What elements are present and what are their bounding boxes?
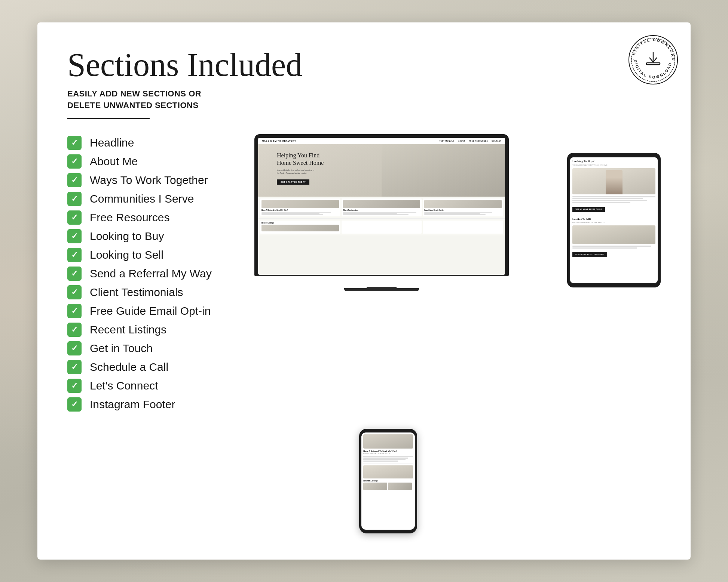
page-title: Sections Included	[67, 49, 661, 81]
content-area: Headline About Me Ways To Work Together …	[67, 134, 661, 537]
checklist-label-11: Recent Listings	[90, 323, 166, 336]
page-subtitle: EASILY ADD NEW SECTIONS OR DELETE UNWANT…	[67, 88, 661, 111]
laptop-mockup: MAGGIE SMITH, REALTOR® TESTIMONIALS ABOU…	[254, 134, 509, 291]
laptop-hero-sub: Your guide to buying, selling, and inves…	[277, 169, 324, 175]
checklist-label-4: Communities I Serve	[90, 193, 194, 205]
checklist-label-8: Send a Referral My Way	[90, 267, 212, 280]
checklist-label-3: Ways To Work Together	[90, 174, 208, 187]
list-item: Recent Listings	[67, 321, 232, 338]
mockup-preview: MAGGIE SMITH, REALTOR® TESTIMONIALS ABOU…	[254, 134, 661, 537]
checklist-label-13: Schedule a Call	[90, 361, 168, 373]
list-item: Instagram Footer	[67, 396, 232, 413]
check-icon-12	[67, 341, 82, 355]
divider	[67, 118, 150, 119]
list-item: Looking to Sell	[67, 246, 232, 264]
check-icon-4	[67, 192, 82, 206]
check-icon-9	[67, 285, 82, 299]
list-item: Schedule a Call	[67, 358, 232, 376]
checklist-label-5: Free Resources	[90, 211, 169, 224]
checklist-label-12: Get in Touch	[90, 342, 153, 355]
check-icon-5	[67, 210, 82, 225]
list-item: Ways To Work Together	[67, 172, 232, 189]
list-item: Free Resources	[67, 209, 232, 226]
tablet-btn: SEE MY HOME BUYER GUIDE	[572, 207, 605, 212]
list-item: Free Guide Email Opt-in	[67, 302, 232, 320]
list-item: About Me	[67, 153, 232, 170]
laptop-nav-brand: MAGGIE SMITH, REALTOR®	[262, 140, 296, 142]
checklist-label-1: Headline	[90, 136, 134, 149]
check-icon-8	[67, 267, 82, 281]
digital-download-badge: · DIGITAL DOWNLOAD · DIGITAL DOWNLOAD ·	[627, 34, 679, 86]
list-item: Looking to Buy	[67, 228, 232, 245]
check-icon-6	[67, 229, 82, 243]
laptop-cta: GET STARTED TODAY	[277, 179, 309, 185]
check-icon-7	[67, 248, 82, 262]
check-icon-3	[67, 173, 82, 187]
main-card: · DIGITAL DOWNLOAD · DIGITAL DOWNLOAD · …	[37, 22, 691, 560]
check-icon-13	[67, 360, 82, 374]
checklist-label-10: Free Guide Email Opt-in	[90, 305, 211, 317]
check-icon-15	[67, 397, 82, 412]
checklist-label-15: Instagram Footer	[90, 398, 175, 411]
checklist: Headline About Me Ways To Work Together …	[67, 134, 232, 537]
check-icon-1	[67, 136, 82, 150]
checklist-label-2: About Me	[90, 155, 138, 168]
check-icon-10	[67, 304, 82, 318]
checklist-label-9: Client Testimonials	[90, 286, 183, 299]
tablet-mockup: Looking To Buy? THE MAGGIE WAY TO BUYING…	[567, 153, 661, 287]
list-item: Send a Referral My Way	[67, 265, 232, 282]
check-icon-2	[67, 154, 82, 169]
checklist-label-7: Looking to Sell	[90, 249, 163, 261]
laptop-hero-title: Helping You FindHome Sweet Home	[277, 152, 324, 167]
list-item: Client Testimonials	[67, 284, 232, 301]
check-icon-14	[67, 379, 82, 393]
list-item: Communities I Serve	[67, 190, 232, 207]
checklist-label-14: Let's Connect	[90, 379, 158, 392]
list-item: Get in Touch	[67, 340, 232, 357]
tablet-section-title: Looking To Buy?	[572, 160, 655, 163]
checklist-label-6: Looking to Buy	[90, 230, 164, 243]
check-icon-11	[67, 323, 82, 337]
list-item: Headline	[67, 134, 232, 151]
phone-mockup: Have A Referral To Send My Way? FINDING …	[359, 429, 417, 533]
list-item: Let's Connect	[67, 377, 232, 394]
